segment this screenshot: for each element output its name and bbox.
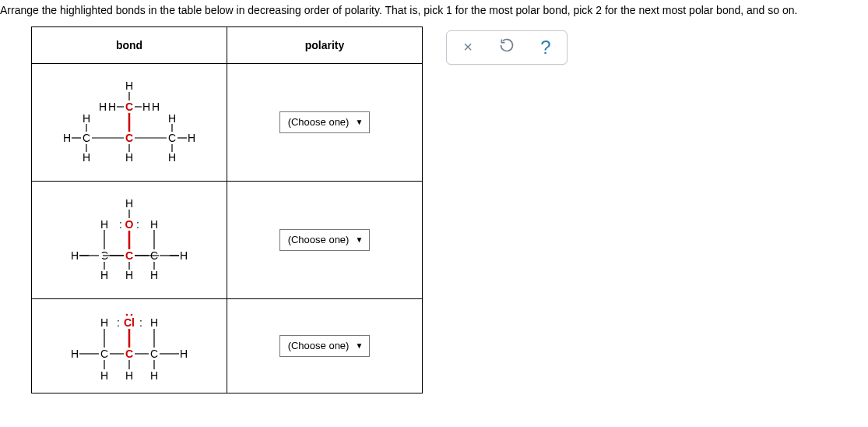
svg-text:H: H bbox=[71, 348, 79, 360]
svg-text:C: C bbox=[168, 132, 176, 144]
svg-text:C: C bbox=[125, 101, 133, 113]
table-row: Cl : : H H H C bbox=[32, 298, 423, 393]
svg-text:H: H bbox=[63, 132, 71, 144]
bond-structure-cc: H C H H H H C C bbox=[44, 72, 215, 173]
svg-text:H: H bbox=[125, 79, 133, 92]
svg-text:H: H bbox=[150, 369, 158, 382]
svg-text:Cl: Cl bbox=[124, 316, 135, 329]
svg-text:C: C bbox=[83, 132, 90, 144]
main-wrap: bond polarity H C H H H H bbox=[0, 26, 868, 393]
svg-text:C: C bbox=[150, 249, 158, 262]
polarity-dropdown-cc[interactable]: (Choose one) ▼ bbox=[279, 111, 371, 133]
table-row: H O : : H H C C H bbox=[32, 181, 423, 298]
svg-text:H: H bbox=[100, 269, 108, 281]
svg-text:O: O bbox=[125, 218, 134, 231]
svg-text:H: H bbox=[180, 249, 188, 262]
bond-cell-co: H O : : H H C C H bbox=[32, 181, 227, 298]
svg-text:H: H bbox=[100, 316, 108, 329]
svg-text:H: H bbox=[83, 112, 90, 125]
chevron-down-icon: ▼ bbox=[355, 118, 363, 126]
svg-text:H: H bbox=[100, 218, 108, 231]
svg-text:C: C bbox=[150, 348, 158, 360]
header-row: bond polarity bbox=[32, 26, 423, 63]
polarity-dropdown-ccl[interactable]: (Choose one) ▼ bbox=[279, 335, 371, 357]
svg-point-66 bbox=[126, 313, 128, 316]
reset-icon bbox=[499, 37, 515, 57]
action-panel: × ? bbox=[446, 30, 568, 65]
chevron-down-icon: ▼ bbox=[355, 341, 363, 350]
bond-cell-cc: H C H H H H C C bbox=[32, 63, 227, 181]
header-bond: bond bbox=[32, 26, 227, 63]
svg-text:H: H bbox=[180, 348, 188, 360]
header-polarity: polarity bbox=[227, 26, 423, 63]
svg-text:H: H bbox=[168, 151, 176, 164]
bond-cell-ccl: Cl : : H H H C bbox=[32, 298, 227, 393]
polarity-table: bond polarity H C H H H H bbox=[31, 26, 423, 393]
svg-text:H: H bbox=[168, 112, 176, 125]
svg-text:H: H bbox=[152, 101, 160, 113]
bond-structure-co: H O : : H H C C H bbox=[44, 189, 215, 291]
svg-point-67 bbox=[131, 313, 133, 316]
polarity-cell-co: (Choose one) ▼ bbox=[227, 181, 423, 298]
svg-text:H: H bbox=[150, 269, 158, 281]
svg-text:H: H bbox=[150, 218, 158, 231]
svg-text::: : bbox=[139, 316, 142, 329]
svg-text:H: H bbox=[83, 151, 90, 164]
svg-text:C: C bbox=[125, 348, 133, 360]
svg-text:C: C bbox=[125, 132, 133, 144]
dropdown-label: (Choose one) bbox=[288, 340, 350, 351]
help-icon: ? bbox=[540, 37, 550, 58]
svg-text:H: H bbox=[125, 151, 133, 164]
reset-button[interactable] bbox=[495, 36, 518, 59]
dropdown-label: (Choose one) bbox=[288, 234, 350, 245]
svg-text:C: C bbox=[100, 348, 108, 360]
dropdown-label: (Choose one) bbox=[288, 116, 350, 128]
svg-text::: : bbox=[136, 218, 139, 231]
svg-text:H: H bbox=[100, 369, 108, 382]
svg-text::: : bbox=[117, 316, 120, 329]
bond-structure-ccl: Cl : : H H H C bbox=[44, 307, 215, 385]
close-icon: × bbox=[463, 38, 473, 56]
close-button[interactable]: × bbox=[456, 36, 480, 59]
svg-text:H: H bbox=[108, 101, 116, 113]
instructions-text: Arrange the highlighted bonds in the tab… bbox=[0, 0, 868, 26]
svg-text:H: H bbox=[125, 369, 133, 382]
polarity-cell-cc: (Choose one) ▼ bbox=[227, 63, 423, 181]
polarity-cell-ccl: (Choose one) ▼ bbox=[227, 298, 423, 393]
svg-text:H: H bbox=[125, 197, 133, 210]
svg-text:H: H bbox=[71, 249, 79, 262]
polarity-dropdown-co[interactable]: (Choose one) ▼ bbox=[279, 229, 371, 251]
chevron-down-icon: ▼ bbox=[355, 235, 363, 244]
svg-text:H: H bbox=[188, 132, 195, 144]
svg-text:C: C bbox=[125, 249, 133, 262]
svg-text:H: H bbox=[142, 101, 150, 113]
svg-text:H: H bbox=[99, 101, 107, 113]
help-button[interactable]: ? bbox=[534, 36, 557, 59]
table-row: H C H H H H C C bbox=[32, 63, 423, 181]
svg-text::: : bbox=[119, 218, 122, 231]
svg-text:H: H bbox=[150, 316, 158, 329]
svg-text:H: H bbox=[125, 269, 133, 281]
